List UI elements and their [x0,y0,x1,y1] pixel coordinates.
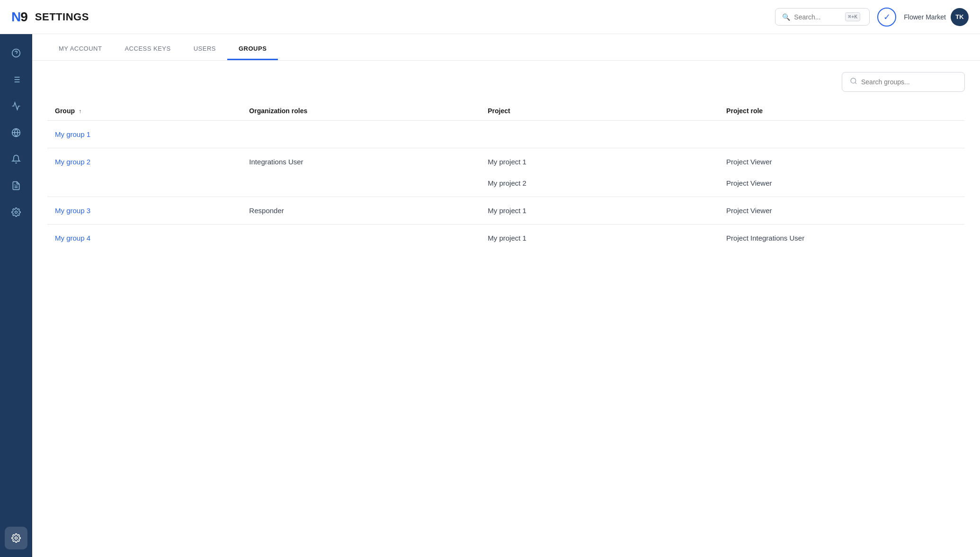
org-roles-cell [249,225,488,252]
search-icon: 🔍 [782,13,790,21]
svg-line-15 [855,82,856,84]
col-header-project: Project [488,101,726,121]
nav-tabs: MY ACCOUNT ACCESS KEYS USERS GROUPS [32,34,980,61]
org-roles-cell: Integrations User [249,148,488,197]
group-link[interactable]: My group 3 [55,207,90,215]
sidebar [0,34,32,557]
group-name-cell: My group 4 [47,225,249,252]
main-layout: MY ACCOUNT ACCESS KEYS USERS GROUPS [0,34,980,557]
sidebar-item-notifications[interactable] [5,148,27,171]
project-cell [488,121,726,148]
group-link[interactable]: My group 2 [55,158,90,166]
table-row: My group 3ResponderMy project 1Project V… [47,197,965,225]
table-header-row: Group ↑ Organization roles Project Proje… [47,101,965,121]
search-groups-input[interactable] [861,78,957,86]
group-name-cell: My group 1 [47,121,249,148]
tab-groups[interactable]: GROUPS [227,45,278,60]
sort-arrow-icon: ↑ [79,108,81,115]
top-header: N9 SETTINGS 🔍 ⌘+K ✓ Flower Market TK [0,0,980,34]
search-groups-icon [850,77,857,87]
groups-table: Group ↑ Organization roles Project Proje… [47,101,965,252]
search-input[interactable] [794,13,841,21]
groups-search-bar[interactable] [842,72,965,92]
avatar[interactable]: TK [951,8,969,26]
group-name-cell: My group 2 [47,148,249,197]
project-cell: My project 1My project 2 [488,148,726,197]
sidebar-item-list[interactable] [5,68,27,91]
svg-point-12 [15,211,18,214]
tab-users[interactable]: USERS [182,45,227,60]
project-role-cell [726,121,965,148]
app-title: SETTINGS [35,11,89,23]
col-header-group[interactable]: Group ↑ [47,101,249,121]
project-role-cell: Project Integrations User [726,225,965,252]
page-content: Group ↑ Organization roles Project Proje… [32,61,980,557]
tab-access-keys[interactable]: ACCESS KEYS [113,45,182,60]
sidebar-item-documents[interactable] [5,174,27,197]
sidebar-item-settings[interactable] [5,527,27,549]
col-header-project-role: Project role [726,101,965,121]
org-roles-cell: Responder [249,197,488,225]
col-header-org-roles: Organization roles [249,101,488,121]
sidebar-item-chart[interactable] [5,121,27,144]
tab-my-account[interactable]: MY ACCOUNT [47,45,113,60]
svg-point-14 [851,78,856,83]
table-row: My group 1 [47,121,965,148]
status-check-icon[interactable]: ✓ [877,8,896,27]
sidebar-item-analytics[interactable] [5,95,27,117]
svg-point-13 [15,537,18,539]
sidebar-item-gear[interactable] [5,201,27,224]
content-area: MY ACCOUNT ACCESS KEYS USERS GROUPS [32,34,980,557]
project-role-cell: Project Viewer [726,197,965,225]
sidebar-item-help[interactable] [5,42,27,64]
user-area: Flower Market TK [904,8,969,26]
group-link[interactable]: My group 1 [55,130,90,138]
group-link[interactable]: My group 4 [55,234,90,242]
org-roles-cell [249,121,488,148]
app-logo: N9 [11,9,27,25]
header-right: 🔍 ⌘+K ✓ Flower Market TK [775,8,969,27]
table-row: My group 2Integrations UserMy project 1M… [47,148,965,197]
logo-area: N9 SETTINGS [11,9,89,25]
groups-search-row [47,72,965,92]
table-row: My group 4My project 1Project Integratio… [47,225,965,252]
project-cell: My project 1 [488,197,726,225]
user-name: Flower Market [904,13,946,21]
project-cell: My project 1 [488,225,726,252]
search-shortcut: ⌘+K [845,12,860,21]
global-search[interactable]: 🔍 ⌘+K [775,8,870,26]
project-role-cell: Project ViewerProject Viewer [726,148,965,197]
group-name-cell: My group 3 [47,197,249,225]
